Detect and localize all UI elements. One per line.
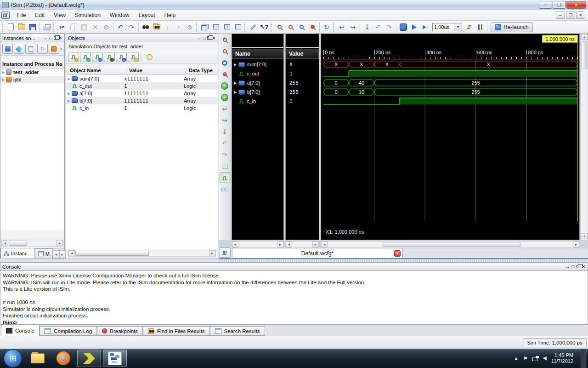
name-column-header[interactable]: Name xyxy=(232,49,283,59)
next-event-icon[interactable]: ↪ xyxy=(220,115,230,126)
copy-icon[interactable] xyxy=(68,22,79,33)
tile-vertical-icon[interactable] xyxy=(221,22,232,33)
float-window-icon[interactable] xyxy=(232,22,243,33)
wave-cursor-line[interactable] xyxy=(577,41,577,222)
wave-config-icon[interactable] xyxy=(220,247,231,258)
toggle-entities-icon[interactable] xyxy=(14,44,24,54)
tab-default-wcfg[interactable]: Default.wcfg* ✕ xyxy=(232,248,403,258)
show-desktop-button[interactable] xyxy=(581,349,586,368)
prev-transition-icon[interactable]: ↶ xyxy=(373,22,384,33)
menu-simulation[interactable]: Simulation xyxy=(70,11,105,20)
value-column-header[interactable]: Value xyxy=(286,49,319,59)
block-icon[interactable]: ⊘ xyxy=(101,22,112,33)
tab-instances[interactable]: Instanc... xyxy=(0,248,35,259)
maximize-panel-icon[interactable]: □ xyxy=(50,36,52,40)
run-for-time-icon[interactable]: ∵ xyxy=(420,22,431,33)
break-icon[interactable] xyxy=(475,22,486,33)
tab-scroll-left[interactable]: ◄ xyxy=(53,250,59,259)
filter-outputs-icon[interactable]: O xyxy=(80,52,91,62)
filter-constants-icon[interactable]: C xyxy=(116,52,127,62)
zoom-out-icon[interactable]: - xyxy=(285,22,296,33)
restart-icon[interactable]: ← xyxy=(398,22,409,33)
context-help-icon[interactable]: ↖? xyxy=(259,22,270,33)
zoom-cursor-icon[interactable] xyxy=(307,22,318,33)
toggle-packages-icon[interactable] xyxy=(49,44,59,54)
table-row[interactable]: c_out 1 Logic xyxy=(66,82,218,90)
measure-ruler-icon[interactable] xyxy=(220,184,230,195)
open-file-icon[interactable] xyxy=(16,22,27,33)
prev-event-icon[interactable]: ↩ xyxy=(220,104,230,114)
float-panel-icon[interactable]: ↔ xyxy=(44,36,48,40)
expand-arrow-icon[interactable]: ▶ xyxy=(66,77,72,81)
table-row[interactable]: ▶ sum[7:0] x1111111 Array xyxy=(66,75,218,82)
mdi-minimize-button[interactable]: ─ xyxy=(556,12,565,19)
start-button[interactable]: ⊞ xyxy=(4,349,22,368)
find-previous-icon[interactable]: ↑ xyxy=(173,22,184,33)
delete-icon[interactable]: ✕ xyxy=(90,22,101,33)
expand-arrow-icon[interactable]: ▶ xyxy=(66,99,72,103)
close-button[interactable]: ✕ xyxy=(566,1,586,9)
value-hscrollbar[interactable]: ◄► xyxy=(285,241,319,248)
signal-name-row[interactable]: c_out xyxy=(232,69,283,78)
volume-icon[interactable] xyxy=(543,356,547,361)
filter-inouts-icon[interactable]: I/O xyxy=(92,52,103,62)
snap-to-transition-icon[interactable] xyxy=(220,172,230,183)
filter-internal-icon[interactable]: + xyxy=(104,52,115,62)
signal-name-row[interactable]: c_in xyxy=(232,97,283,106)
signal-name-row[interactable]: ▶ sum[7:0] xyxy=(232,60,283,69)
run-time-input[interactable] xyxy=(432,23,454,31)
expand-arrow-icon[interactable]: ▶ xyxy=(0,78,6,82)
tab-search-results[interactable]: Search Results xyxy=(210,326,265,336)
float-panel-icon[interactable]: ↔ xyxy=(197,36,202,40)
zoom-in-icon[interactable]: + xyxy=(274,22,285,33)
tab-find-in-files-results[interactable]: Find in Files Results xyxy=(143,326,210,336)
tab-scroll-right[interactable]: ► xyxy=(59,250,66,259)
menu-edit[interactable]: Edit xyxy=(30,11,49,20)
signal-name-row[interactable]: ▶ b[7:0] xyxy=(232,87,283,97)
tab-memory[interactable]: M xyxy=(35,248,53,259)
close-panel-icon[interactable]: ✕ xyxy=(582,264,586,269)
save-icon[interactable] xyxy=(27,22,38,33)
new-file-icon[interactable] xyxy=(5,22,16,33)
expand-arrow-icon[interactable]: ▶ xyxy=(66,92,72,96)
filter-variables-icon[interactable]: W xyxy=(128,52,139,62)
signal-name-row[interactable]: ▶ a[7:0] xyxy=(232,78,283,87)
refresh-icon[interactable]: ↻ xyxy=(321,22,332,33)
tab-compilation-log[interactable]: Compilation Log xyxy=(40,326,97,336)
cut-icon[interactable]: ✂ xyxy=(57,22,68,33)
zoom-out-icon[interactable]: - xyxy=(220,46,230,57)
tab-console[interactable]: Console xyxy=(1,325,40,336)
expand-arrow-icon[interactable]: ▶ xyxy=(232,63,238,67)
preferences-wrench-icon[interactable] xyxy=(248,22,259,33)
redo-icon[interactable]: ↷ xyxy=(126,22,137,33)
wave-plot-pane[interactable]: 1,000.000 ns 0 ns200 ns400 ns600 ns800 n… xyxy=(321,34,580,240)
find-in-files-icon[interactable] xyxy=(151,22,162,33)
goto-previous-icon[interactable]: ↩ xyxy=(336,22,347,33)
swap-window-icon[interactable] xyxy=(220,161,230,172)
restore-button[interactable]: ❐ xyxy=(553,1,566,9)
expand-arrow-icon[interactable]: ▶ xyxy=(232,81,238,85)
maximize-panel-icon[interactable]: □ xyxy=(203,36,206,40)
undock-panel-icon[interactable] xyxy=(577,265,580,268)
table-row[interactable]: ▶ a[7:0] 11111111 Array xyxy=(66,90,218,97)
taskbar-ise-button[interactable] xyxy=(77,350,101,367)
taskbar-firefox-button[interactable] xyxy=(51,350,75,367)
wave-plot[interactable]: 1,000.000 ns 0 ns200 ns400 ns600 ns800 n… xyxy=(323,34,577,241)
network-icon[interactable] xyxy=(532,356,539,361)
taskbar-clock[interactable]: 1:45 PM 11/7/2012 xyxy=(551,352,576,364)
toggle-instances-icon[interactable] xyxy=(2,44,13,54)
menu-layout[interactable]: Layout xyxy=(134,11,160,20)
find-icon[interactable] xyxy=(140,22,151,33)
find-next-icon[interactable]: ↓ xyxy=(162,22,173,33)
toggle-processes-icon[interactable] xyxy=(25,44,36,54)
mdi-restore-button[interactable]: ❐ xyxy=(566,12,575,19)
undock-panel-icon[interactable] xyxy=(54,36,57,40)
expand-arrow-icon[interactable]: ▶ xyxy=(232,90,238,94)
objects-hscrollbar[interactable]: ◄ ► xyxy=(68,250,216,257)
menu-view[interactable]: View xyxy=(49,11,70,20)
close-tab-icon[interactable]: ✕ xyxy=(394,250,401,257)
float-panel-icon[interactable]: ↔ xyxy=(565,264,570,269)
goto-time-zero-icon[interactable]: « xyxy=(220,80,230,91)
undo-icon[interactable]: ↶ xyxy=(115,22,126,33)
taskbar-isim-button[interactable]: ISIm xyxy=(103,350,127,367)
